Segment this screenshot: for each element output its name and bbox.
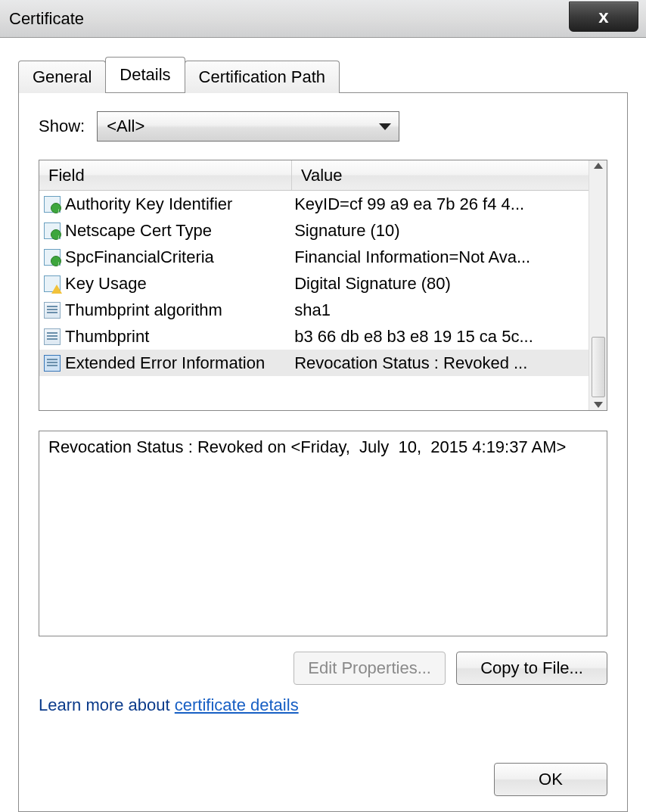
list-row[interactable]: Extended Error InformationRevocation Sta… [39,350,589,376]
client-area: General Details Certification Path Show:… [0,38,646,812]
learn-more-prefix: Learn more about [39,695,175,714]
tab-certification-path[interactable]: Certification Path [185,61,340,93]
field-label: Extended Error Information [65,353,265,373]
value-label: Financial Information=Not Ava... [294,247,589,267]
value-label: sha1 [294,300,589,320]
list-row[interactable]: Authority Key IdentifierKeyID=cf 99 a9 e… [39,191,589,217]
field-label: Thumbprint algorithm [65,300,222,320]
ext-green-icon [44,196,61,213]
prop-icon [44,302,61,319]
details-panel: Show: <All> Field Value Authority Key Id… [18,92,628,812]
field-label: Key Usage [65,274,147,294]
ext-green-icon [44,249,61,266]
scroll-up-icon[interactable] [594,163,603,169]
list-header: Field Value [39,160,589,191]
show-label: Show: [39,117,85,136]
ext-warn-icon [44,275,61,292]
show-dropdown-value: <All> [107,117,144,136]
show-row: Show: <All> [39,111,607,142]
list-row[interactable]: SpcFinancialCriteriaFinancial Informatio… [39,244,589,270]
list-row[interactable]: Netscape Cert TypeSignature (10) [39,217,589,244]
field-label: SpcFinancialCriteria [65,247,214,267]
detail-buttons: Edit Properties... Copy to File... [39,652,607,685]
copy-to-file-button[interactable]: Copy to File... [456,652,607,685]
learn-more: Learn more about certificate details [39,695,607,715]
ok-button[interactable]: OK [494,763,607,796]
field-label: Thumbprint [65,327,149,347]
window-title: Certificate [9,9,84,29]
titlebar: Certificate x [0,0,646,38]
detail-value-box: Revocation Status : Revoked on <​Friday,… [39,431,607,636]
list-scrollbar[interactable] [589,160,607,410]
tab-general[interactable]: General [18,61,106,93]
tab-strip: General Details Certification Path [18,56,628,92]
ext-green-icon [44,222,61,239]
column-header-value[interactable]: Value [292,160,589,190]
list-row[interactable]: Thumbprint algorithmsha1 [39,297,589,323]
prop-sel-icon [44,355,61,372]
certificate-details-link[interactable]: certificate details [175,695,299,714]
value-label: KeyID=cf 99 a9 ea 7b 26 f4 4... [294,194,589,214]
dropdown-caret-icon [379,123,391,130]
list-row[interactable]: Key UsageDigital Signature (80) [39,270,589,297]
close-button[interactable]: x [569,2,638,32]
column-header-field[interactable]: Field [39,160,292,190]
show-dropdown[interactable]: <All> [97,111,399,142]
value-label: Digital Signature (80) [294,274,589,294]
scroll-thumb[interactable] [592,337,605,397]
value-label: Revocation Status : Revoked ... [294,353,589,373]
tab-details[interactable]: Details [105,57,185,92]
scroll-down-icon[interactable] [594,402,603,408]
fields-listbox: Field Value Authority Key IdentifierKeyI… [39,160,607,411]
dialog-footer: OK [39,749,607,796]
close-icon: x [598,6,608,27]
value-label: Signature (10) [294,221,589,241]
prop-icon [44,328,61,345]
edit-properties-button: Edit Properties... [293,652,446,685]
field-label: Netscape Cert Type [65,221,212,241]
value-label: b3 66 db e8 b3 e8 19 15 ca 5c... [294,327,589,347]
field-label: Authority Key Identifier [65,194,232,214]
list-body: Authority Key IdentifierKeyID=cf 99 a9 e… [39,191,589,410]
list-row[interactable]: Thumbprintb3 66 db e8 b3 e8 19 15 ca 5c.… [39,323,589,350]
